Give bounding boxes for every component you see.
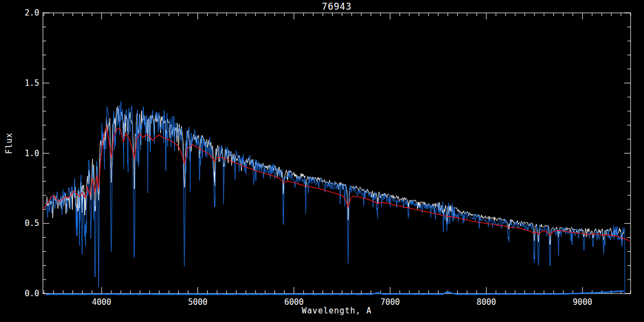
plot-canvas: 4000500060007000800090000.00.51.01.52.0 [0, 0, 644, 322]
y-tick-label: 1.0 [25, 149, 39, 158]
axis-box [43, 13, 631, 294]
y-tick-label: 0.5 [25, 218, 39, 228]
x-tick-label: 7000 [380, 297, 400, 307]
y-tick-label: 2.0 [25, 8, 39, 18]
x-tick-label: 6000 [284, 297, 304, 307]
baseline-line [46, 291, 624, 295]
observed-spectrum-line [46, 101, 625, 294]
spectrum-plot: 76943 Flux Wavelength, A 400050006000700… [0, 0, 644, 322]
y-tick-label: 1.5 [25, 78, 39, 88]
y-tick-label: 0.0 [25, 289, 39, 298]
axis-ticks [43, 13, 631, 294]
x-tick-label: 8000 [477, 297, 496, 307]
model-fit-line [43, 127, 630, 241]
x-tick-label: 5000 [188, 297, 207, 307]
x-tick-label: 4000 [92, 297, 111, 307]
x-tick-label: 9000 [573, 297, 592, 307]
